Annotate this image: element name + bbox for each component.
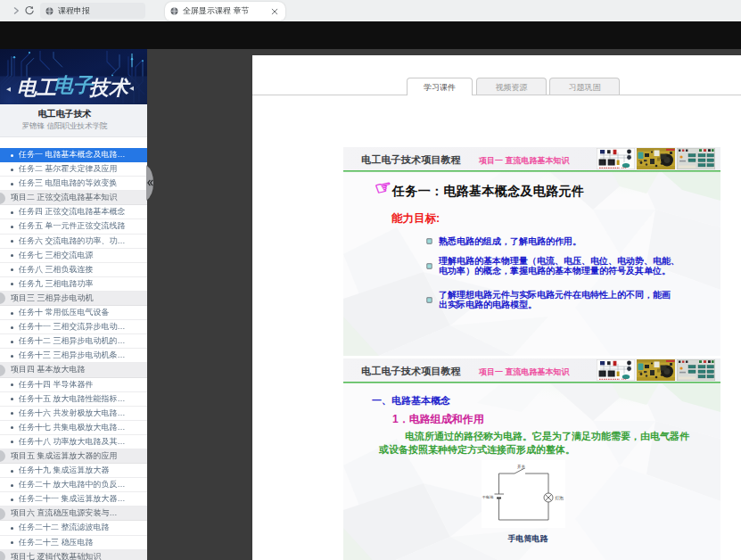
nav-item[interactable]: 任务十七 共集电极放大电路… — [0, 421, 147, 435]
figure-caption: 手电筒电路 — [486, 533, 570, 545]
nav-item-label: 任务四 正弦交流电路基本概念 — [19, 207, 126, 216]
slide2-paragraph: 电流所通过的路径称为电路。它是为了满足功能需要，由电气器件 或设备按照某种特定方… — [379, 430, 718, 457]
nav-item[interactable]: 任务十二 三相异步电动机的… — [0, 334, 147, 349]
bullet-dot-icon — [11, 470, 13, 473]
nav-item[interactable]: 任务十三 三相异步电动机条… — [0, 349, 147, 363]
slide-deck-title: 电工电子技术项目教程 — [361, 365, 461, 378]
nav-item[interactable]: 任务二 基尔霍夫定律及应用 — [0, 162, 147, 177]
nav-item-label: 任务十六 共发射极放大电路… — [19, 408, 126, 417]
nav-item-label: 任务二十三 稳压电路 — [19, 538, 94, 547]
nav-item-label: 任务七 三相交流电源 — [19, 251, 94, 259]
nav-item[interactable]: 任务二十二 整流滤波电路 — [0, 521, 147, 535]
nav-item-label: 任务二十一 集成运算放大器… — [19, 494, 126, 503]
nav-item[interactable]: 任务七 三相交流电源 — [0, 249, 147, 263]
nav-item-label: 项目三 三相异步电动机 — [11, 293, 94, 302]
nav-item[interactable]: 任务十四 半导体器件 — [0, 378, 147, 392]
nav-item-label: 任务二 基尔霍夫定律及应用 — [19, 164, 118, 173]
bullet-dot-icon — [11, 154, 13, 157]
figure-label-switch: 开关 — [517, 465, 526, 469]
slide-header-photos — [597, 148, 720, 169]
nav-item[interactable]: 任务一 电路基本概念及电路… — [0, 148, 147, 162]
tab-exercises[interactable]: 习题巩固 — [549, 78, 620, 95]
nav-item[interactable]: 任务八 三相负载连接 — [0, 263, 147, 277]
nav-item[interactable]: 项目七 逻辑代数基础知识 — [0, 550, 147, 560]
slide-deck-title: 电工电子技术项目教程 — [361, 153, 461, 167]
nav-item[interactable]: 任务三 电阻电路的等效变换 — [0, 177, 147, 191]
globe-icon — [45, 7, 54, 15]
bullet-dot-icon — [11, 326, 13, 329]
nav-item[interactable]: 项目五 集成运算放大器的应用 — [0, 449, 147, 464]
nav-item-label: 任务十七 共集电极放大电路… — [19, 423, 126, 432]
nav-item[interactable]: 任务二十三 稳压电路 — [0, 536, 147, 550]
browser-tab-fullscreen-label: 全屏显示课程 章节 — [183, 5, 250, 17]
bullet-dot-icon — [11, 383, 13, 386]
slide-lowpoly-background — [343, 147, 720, 356]
nav-item[interactable]: 任务二十 放大电路中的负反… — [0, 478, 147, 492]
bullet-dot-icon — [11, 426, 13, 429]
nav-item-label: 任务三 电阻电路的等效变换 — [19, 178, 118, 187]
bullet-dot-icon — [11, 541, 13, 544]
forward-chevron-icon[interactable] — [11, 5, 21, 16]
nav-item[interactable]: 任务十六 共发射极放大电路… — [0, 407, 147, 421]
browser-tab-course[interactable]: 课程申报 — [40, 3, 145, 19]
banner-text-part2: 电子 — [54, 74, 95, 96]
close-tab-icon[interactable] — [271, 8, 278, 15]
bullet-dot-icon — [11, 283, 13, 285]
bullet-dot-icon — [11, 211, 13, 214]
chapter-nav-list: 任务一 电路基本概念及电路… 任务二 基尔霍夫定律及应用 任务三 电阻电路的等效… — [0, 148, 147, 560]
bullet-text: 理解电路的基本物理量（电流、电压、电位、电动势、电能、 电功率）的概念，掌握电路… — [439, 256, 693, 276]
nav-item[interactable]: 项目二 正弦交流电路基本知识 — [0, 191, 147, 205]
nav-item[interactable]: 任务十五 放大电路性能指标… — [0, 392, 147, 407]
bullet-item: 了解理想电路元件与实际电路元件在电特性上的不同，能画 出实际电路的电路模型。 — [426, 290, 693, 310]
bullet-dot-icon — [11, 169, 13, 171]
circuit-figure: 开关 干电池 灯泡 — [482, 460, 565, 528]
nav-item-label: 任务十四 半导体器件 — [19, 380, 94, 389]
nav-item-label: 任务八 三相负载连接 — [19, 265, 94, 274]
banner-calligraphy: 电工 电子 技术 — [17, 74, 132, 99]
nav-item[interactable]: 项目四 基本放大电路 — [0, 363, 147, 377]
main-panel: 学习课件 视频资源 习题巩固 — [252, 55, 741, 560]
nav-item[interactable]: 任务五 单一元件正弦交流线路 — [0, 219, 147, 234]
nav-item[interactable]: 任务十九 集成运算放大器 — [0, 464, 147, 478]
browser-topbar: 课程申报 全屏显示课程 章节 — [0, 0, 741, 21]
nav-item-label: 任务十二 三相异步电动机的… — [19, 336, 126, 345]
section-ring-icon — [0, 292, 5, 304]
header-green-line — [343, 170, 720, 172]
nav-item[interactable]: 任务十一 三相交流异步电动… — [0, 320, 147, 334]
bullet-dot-icon — [11, 527, 13, 530]
bullet-item: 熟悉电路的组成，了解电路的作用。 — [426, 236, 693, 246]
nav-item-label: 任务五 单一元件正弦交流线路 — [19, 221, 126, 230]
banner-circuit-art: 电工 电子 技术 — [0, 49, 147, 104]
nav-item-label: 项目六 直流稳压电源安装与… — [11, 508, 118, 517]
slide2-heading1: 一、电路基本概念 — [372, 394, 450, 408]
bullet-text: 熟悉电路的组成，了解电路的作用。 — [439, 236, 693, 246]
nav-item-label: 任务一 电路基本概念及电路… — [19, 150, 126, 159]
nav-item[interactable]: 任务十八 功率放大电路及其… — [0, 435, 147, 449]
slide-header: 电工电子技术项目教程 项目一 直流电路基本知识 — [343, 358, 720, 382]
nav-item[interactable]: 项目三 三相异步电动机 — [0, 292, 147, 306]
nav-item[interactable]: 任务二十一 集成运算放大器… — [0, 492, 147, 506]
refresh-icon[interactable] — [24, 5, 35, 16]
tab-video-resources[interactable]: 视频资源 — [476, 78, 547, 95]
bullet-dot-icon — [11, 341, 13, 343]
photo-trainer-panel — [677, 148, 715, 169]
bullet-dot-icon — [11, 226, 13, 228]
nav-item[interactable]: 任务六 交流电路的功率、功… — [0, 235, 147, 249]
browser-tab-fullscreen[interactable]: 全屏显示课程 章节 — [165, 2, 285, 21]
sidebar-collapse-handle[interactable] — [146, 165, 153, 201]
nav-item-label: 项目五 集成运算放大器的应用 — [11, 451, 118, 460]
nav-item-label: 项目二 正弦交流电路基本知识 — [11, 193, 118, 202]
nav-item[interactable]: 项目六 直流稳压电源安装与… — [0, 506, 147, 521]
nav-item[interactable]: 任务九 三相电路功率 — [0, 277, 147, 292]
nav-item[interactable]: 任务十 常用低压电气设备 — [0, 306, 147, 320]
header-green-line — [343, 382, 720, 383]
nav-item[interactable]: 任务四 正弦交流电路基本概念 — [0, 205, 147, 219]
slide2-heading2: 1．电路组成和作用 — [392, 412, 484, 427]
slide-header-photos — [597, 359, 720, 381]
slide-unit-label: 项目一 直流电路基本知识 — [479, 366, 570, 378]
photo-trainer-panel — [677, 359, 715, 381]
tab-courseware[interactable]: 学习课件 — [407, 78, 473, 95]
bullet-dot-icon — [11, 498, 13, 501]
globe-icon — [170, 7, 178, 15]
browser-tab-course-label: 课程申报 — [58, 5, 90, 17]
